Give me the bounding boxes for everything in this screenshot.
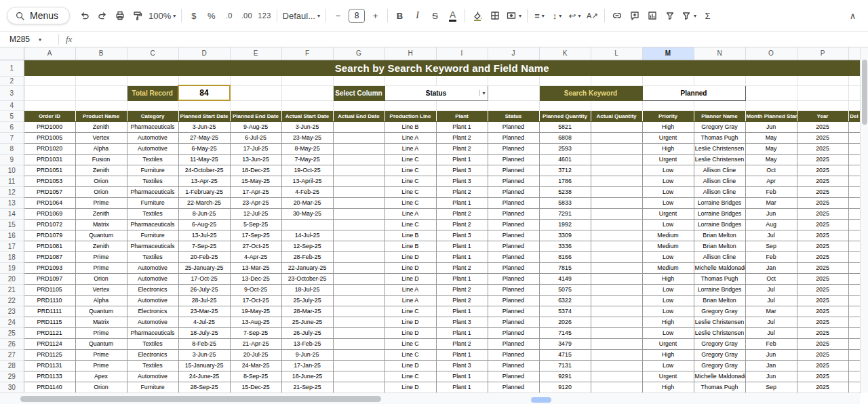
row-header-14[interactable]: 14 xyxy=(0,208,24,219)
data-cell[interactable]: Medium xyxy=(642,230,694,241)
empty-cell[interactable] xyxy=(745,85,797,100)
data-cell[interactable]: Quantum xyxy=(75,338,127,349)
data-cell[interactable]: 18-Dec-25 xyxy=(230,165,281,176)
data-cell[interactable]: Line B xyxy=(384,121,436,132)
data-cell[interactable] xyxy=(591,306,642,317)
empty-cell[interactable] xyxy=(230,100,281,110)
data-cell[interactable]: Vertex xyxy=(75,132,127,143)
data-cell[interactable]: High xyxy=(642,273,694,284)
data-cell[interactable]: Line D xyxy=(384,273,436,284)
row-header-19[interactable]: 19 xyxy=(0,262,24,273)
data-cell[interactable]: Lorraine Bridges xyxy=(694,219,745,230)
data-cell[interactable]: Zenith xyxy=(75,121,127,132)
data-cell[interactable]: 2025 xyxy=(797,186,848,197)
data-cell[interactable]: 19-May-25 xyxy=(230,306,281,317)
data-cell[interactable]: Planned xyxy=(488,382,539,392)
empty-cell[interactable] xyxy=(230,85,281,100)
empty-cell[interactable] xyxy=(591,100,642,110)
row-header-12[interactable]: 12 xyxy=(0,186,24,197)
data-cell[interactable]: 11-May-25 xyxy=(178,154,230,165)
data-cell[interactable]: 3-Jun-25 xyxy=(281,121,333,132)
data-cell[interactable] xyxy=(333,219,384,230)
empty-cell[interactable] xyxy=(75,76,127,85)
data-cell[interactable]: 2025 xyxy=(797,143,848,154)
data-cell[interactable]: 5374 xyxy=(539,306,591,317)
data-cell[interactable] xyxy=(591,338,642,349)
search-keyword-value[interactable]: Planned xyxy=(642,85,745,100)
data-cell[interactable]: 7815 xyxy=(539,262,591,273)
row-header-30[interactable]: 30 xyxy=(0,382,24,392)
row-header-15[interactable]: 15 xyxy=(0,219,24,230)
data-cell[interactable] xyxy=(591,273,642,284)
column-header-D[interactable]: D xyxy=(178,47,230,60)
insert-link-button[interactable] xyxy=(608,7,625,24)
data-cell[interactable]: 27-May-25 xyxy=(178,132,230,143)
data-cell[interactable]: Quantum xyxy=(75,306,127,317)
empty-cell[interactable] xyxy=(797,76,848,85)
data-cell[interactable]: Plant 2 xyxy=(436,132,488,143)
data-cell[interactable]: 3309 xyxy=(539,230,591,241)
data-cell[interactable]: Low xyxy=(642,219,694,230)
data-cell[interactable]: Low xyxy=(642,251,694,262)
data-cell[interactable]: Jul xyxy=(745,230,797,241)
data-cell[interactable]: Planned xyxy=(488,262,539,273)
data-cell[interactable]: Thomas Pugh xyxy=(694,382,745,392)
data-cell[interactable] xyxy=(848,360,860,371)
row-header-16[interactable]: 16 xyxy=(0,230,24,241)
data-cell[interactable]: 5821 xyxy=(539,121,591,132)
data-cell[interactable]: 7131 xyxy=(539,360,591,371)
horizontal-align-button[interactable]: ≡ ▾ xyxy=(531,7,548,24)
data-cell[interactable]: 21-Apr-25 xyxy=(230,338,281,349)
column-header-G[interactable]: G xyxy=(333,47,384,60)
data-cell[interactable]: Brian Melton xyxy=(694,241,745,251)
data-cell[interactable] xyxy=(333,338,384,349)
data-cell[interactable] xyxy=(848,327,860,338)
row-header-9[interactable]: 9 xyxy=(0,154,24,165)
data-cell[interactable] xyxy=(591,197,642,208)
data-cell[interactable]: Plant 2 xyxy=(436,143,488,154)
data-cell[interactable]: Electronics xyxy=(127,306,178,317)
select-all-button[interactable] xyxy=(0,47,24,60)
empty-cell[interactable] xyxy=(694,76,745,85)
data-cell[interactable] xyxy=(591,121,642,132)
data-cell[interactable]: Jun xyxy=(745,121,797,132)
data-cell[interactable] xyxy=(333,327,384,338)
row-header-23[interactable]: 23 xyxy=(0,306,24,317)
data-cell[interactable]: Automotive xyxy=(127,262,178,273)
data-cell[interactable] xyxy=(848,197,860,208)
data-cell[interactable]: High xyxy=(642,121,694,132)
data-cell[interactable]: Planned xyxy=(488,230,539,241)
table-column-header[interactable]: Planner Name xyxy=(694,110,745,121)
empty-cell[interactable] xyxy=(848,76,860,85)
empty-cell[interactable] xyxy=(333,76,384,85)
data-cell[interactable]: Feb xyxy=(745,338,797,349)
data-cell[interactable]: Zenith xyxy=(75,208,127,219)
data-cell[interactable]: 4149 xyxy=(539,273,591,284)
data-cell[interactable]: Line B xyxy=(384,230,436,241)
data-cell[interactable]: High xyxy=(642,143,694,154)
data-cell[interactable] xyxy=(848,208,860,219)
data-cell[interactable]: Planned xyxy=(488,295,539,306)
data-cell[interactable] xyxy=(848,273,860,284)
data-cell[interactable]: 1-February-25 xyxy=(178,186,230,197)
data-cell[interactable]: 17-Sep-25 xyxy=(230,230,281,241)
row-header-22[interactable]: 22 xyxy=(0,295,24,306)
data-cell[interactable]: PRD1051 xyxy=(24,165,75,176)
format-percent-button[interactable]: % xyxy=(203,7,220,24)
data-cell[interactable]: 3-Jun-25 xyxy=(178,121,230,132)
empty-cell[interactable] xyxy=(591,76,642,85)
vertical-scrollbar-thumb[interactable] xyxy=(862,60,867,125)
row-header-13[interactable]: 13 xyxy=(0,197,24,208)
data-cell[interactable]: 2025 xyxy=(797,284,848,295)
data-cell[interactable]: Planned xyxy=(488,241,539,251)
empty-cell[interactable] xyxy=(384,100,436,110)
data-cell[interactable]: 6808 xyxy=(539,132,591,143)
data-cell[interactable]: Planned xyxy=(488,349,539,360)
table-column-header[interactable]: Planned End Date xyxy=(230,110,281,121)
data-cell[interactable]: May xyxy=(745,143,797,154)
data-cell[interactable]: Line D xyxy=(384,382,436,392)
table-column-header[interactable]: Production Line xyxy=(384,110,436,121)
data-cell[interactable]: 12-Jul-25 xyxy=(230,208,281,219)
decrease-font-size-button[interactable]: − xyxy=(330,7,347,24)
data-cell[interactable]: Leslie Christensen xyxy=(694,154,745,165)
